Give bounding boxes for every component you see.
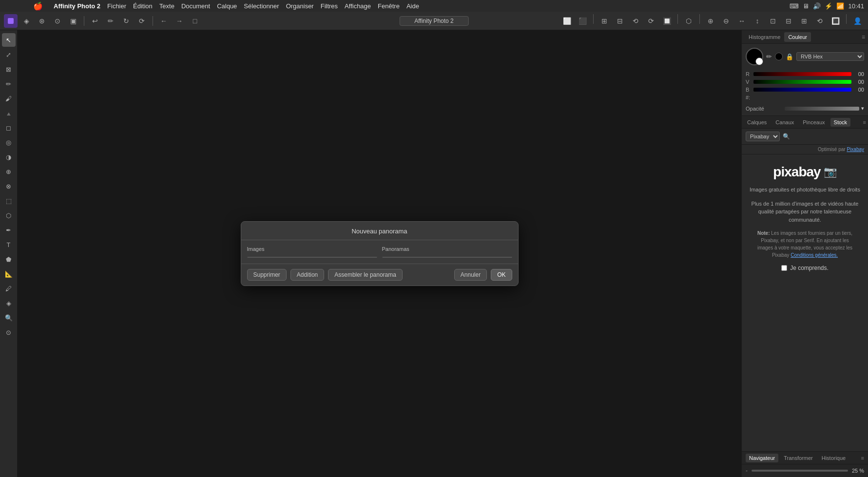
color-swatch-bg[interactable] [755,57,763,65]
tb-btn-10[interactable]: ← [157,14,171,28]
tool-blur[interactable]: ◎ [2,135,16,149]
v-slider[interactable] [753,80,851,84]
tool-shape[interactable]: ⬟ [2,252,16,266]
tool-move[interactable]: ↖ [2,33,16,47]
menu-item-fenetre[interactable]: Fenêtre [378,2,400,10]
tab-calques[interactable]: Calques [744,118,770,127]
images-list[interactable] [247,257,377,258]
tool-r5[interactable]: 🔲 [660,14,674,28]
menu-item-fichier[interactable]: Fichier [107,2,126,10]
apple-menu[interactable]: 🍎 [33,1,43,11]
hex-input[interactable]: 000000 [752,95,864,100]
opacity-slider[interactable] [785,107,859,111]
tool-r2[interactable]: ⊟ [613,14,627,28]
panel-options-icon[interactable]: ≡ [862,34,865,40]
color-model-dropdown[interactable]: RVB Hex [796,52,864,61]
tb-btn-5[interactable]: ▣ [66,14,80,28]
assembler-button[interactable]: Assembler le panorama [328,269,403,281]
menu-item-appname[interactable]: Affinity Photo 2 [54,2,100,10]
supprimer-button[interactable]: Supprimer [247,269,287,281]
tool-pen[interactable]: ✒ [2,223,16,237]
user-btn[interactable]: 👤 [850,14,864,28]
optimise-link[interactable]: Pixabay [847,147,864,152]
tool-gradient[interactable]: ◈ [2,296,16,310]
tool-view[interactable]: ⊙ [2,325,16,339]
tool-erase[interactable]: ◻ [2,121,16,134]
annuler-button[interactable]: Annuler [454,269,487,281]
tool-retouch[interactable]: ⊗ [2,179,16,193]
conditions-link[interactable]: Conditions générales. [791,252,838,258]
menu-item-affichage[interactable]: Affichage [345,2,371,10]
menu-item-texte[interactable]: Texte [159,2,174,10]
menu-item-calque[interactable]: Calque [217,2,237,10]
tool-fill[interactable]: ⟁ [2,106,16,120]
ok-button[interactable]: OK [491,269,512,281]
tb-btn-4[interactable]: ⊙ [51,14,64,28]
tool-extra-1[interactable]: ⊕ [704,14,717,28]
layers-panel-options[interactable]: ≡ [863,119,866,125]
stock-source-select[interactable]: Pixabay [746,132,780,141]
tool-extra-7[interactable]: ⊞ [797,14,811,28]
tool-clone[interactable]: ⊕ [2,165,16,178]
r-slider[interactable] [753,72,851,76]
panoramas-list[interactable] [382,257,512,258]
menu-item-filtres[interactable]: Filtres [321,2,338,10]
tool-text[interactable]: T [2,238,16,251]
color-swatch-fg[interactable] [746,48,763,65]
tb-btn-8[interactable]: ↻ [119,14,133,28]
assistant-btn[interactable]: ⬡ [682,14,695,28]
tb-btn-2[interactable]: ◈ [19,14,33,28]
tb-btn-6[interactable]: ↩ [88,14,102,28]
nav-panel-options[interactable]: ≡ [861,455,864,461]
tool-color-pick[interactable]: 🖊 [2,282,16,295]
menu-item-document[interactable]: Document [181,2,210,10]
tool-select1[interactable]: ⬚ [2,194,16,208]
tool-paint[interactable]: 🖌 [2,92,16,105]
tool-dodge[interactable]: ◑ [2,150,16,164]
tab-canaux[interactable]: Canaux [772,118,797,127]
zoom-slider[interactable] [752,470,848,472]
tool-measure[interactable]: 📐 [2,267,16,281]
b-slider[interactable] [753,88,851,92]
tb-btn-9[interactable]: ⟳ [135,14,149,28]
opacity-dropdown[interactable]: ▾ [861,105,864,112]
tab-couleur[interactable]: Couleur [784,32,811,42]
tab-historique[interactable]: Historique [818,454,849,462]
view-btn-2[interactable]: ⬛ [576,14,589,28]
nav-zoom-out-icon[interactable]: - [746,467,748,474]
tab-pinceaux[interactable]: Pinceaux [799,118,828,127]
tab-transformer[interactable]: Transformer [780,454,816,462]
menu-item-selectionner[interactable]: Sélectionner [244,2,279,10]
tb-btn-12[interactable]: □ [188,14,202,28]
tool-extra-4[interactable]: ↕ [751,14,764,28]
lock-icon[interactable]: 🔒 [786,53,793,60]
tab-navigateur[interactable]: Navigateur [746,454,778,462]
menu-item-edition[interactable]: Édition [133,2,153,10]
menu-item-organiser[interactable]: Organiser [286,2,314,10]
tb-btn-11[interactable]: → [173,14,186,28]
tool-extra-5[interactable]: ⊡ [766,14,780,28]
stock-search-icon[interactable]: 🔍 [783,133,790,140]
tool-extra-9[interactable]: 🔳 [829,14,842,28]
persona-btn-1[interactable] [4,14,18,28]
menu-item-aide[interactable]: Aide [406,2,419,10]
tool-r3[interactable]: ⟲ [629,14,642,28]
tool-r1[interactable]: ⊞ [598,14,611,28]
tb-btn-7[interactable]: ✏ [104,14,117,28]
tb-btn-3[interactable]: ⊛ [35,14,49,28]
view-btn-1[interactable]: ⬜ [560,14,574,28]
tool-zoom[interactable]: 🔍 [2,311,16,324]
tool-transform[interactable]: ⤢ [2,48,16,61]
tool-r4[interactable]: ⟳ [644,14,658,28]
tool-select2[interactable]: ⬡ [2,209,16,222]
addition-button[interactable]: Addition [290,269,324,281]
tool-brush[interactable]: ✏ [2,77,16,91]
tool-extra-8[interactable]: ⟲ [813,14,827,28]
tool-extra-3[interactable]: ↔ [735,14,749,28]
tool-crop[interactable]: ⊠ [2,62,16,76]
tab-stock[interactable]: Stock [830,118,851,127]
tool-extra-2[interactable]: ⊖ [719,14,733,28]
tool-extra-6[interactable]: ⊟ [782,14,795,28]
tab-histogramme[interactable]: Histogramme [745,32,784,42]
understand-checkbox[interactable] [781,265,787,271]
